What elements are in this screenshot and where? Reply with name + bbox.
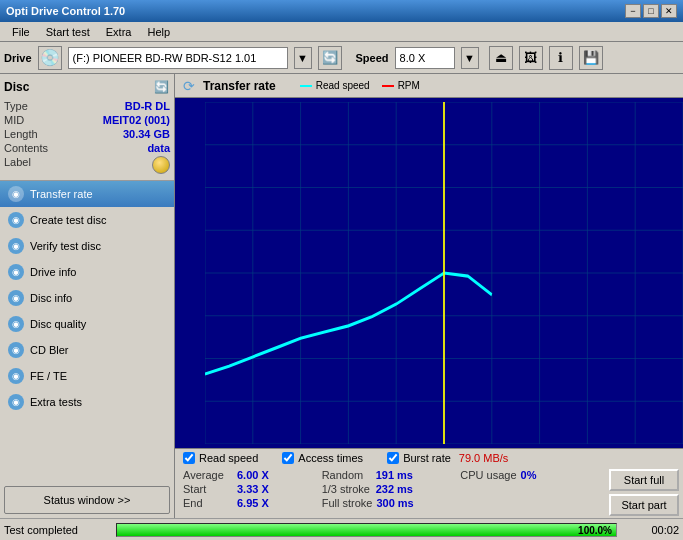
menubar: File Start test Extra Help [0, 22, 683, 42]
nav-verify-test-disc[interactable]: ◉ Verify test disc [0, 233, 174, 259]
stats-bar: Read speed Access times Burst rate 79.0 … [175, 448, 683, 518]
drive-dropdown-arrow[interactable]: ▼ [294, 47, 312, 69]
drive-icon: 💿 [38, 46, 62, 70]
nav-drive-info[interactable]: ◉ Drive info [0, 259, 174, 285]
disc-type-row: Type BD-R DL [4, 100, 170, 112]
random-row: Random 191 ms [322, 469, 459, 481]
read-speed-checkbox[interactable] [183, 452, 195, 464]
drive-label: Drive [4, 52, 32, 64]
save-button[interactable]: 💾 [579, 46, 603, 70]
drive-select[interactable]: (F:) PIONEER BD-RW BDR-S12 1.01 [68, 47, 288, 69]
main-content: Disc 🔄 Type BD-R DL MID MEIT02 (001) Len… [0, 74, 683, 518]
menu-start-test[interactable]: Start test [38, 24, 98, 40]
info-button[interactable]: ℹ [549, 46, 573, 70]
disc-quality-icon: ◉ [8, 316, 24, 332]
window-controls: − □ ✕ [625, 4, 677, 18]
status-text: Test completed [4, 524, 104, 536]
fe-te-icon: ◉ [8, 368, 24, 384]
disc-label-icon [152, 156, 170, 174]
access-times-label: Access times [298, 452, 363, 464]
average-key: Average [183, 469, 233, 481]
nav-create-test-disc[interactable]: ◉ Create test disc [0, 207, 174, 233]
status-window-button[interactable]: Status window >> [4, 486, 170, 514]
chart-area: ⟳ Transfer rate Read speed RPM [175, 74, 683, 518]
verify-test-disc-icon: ◉ [8, 238, 24, 254]
legend-rpm-label: RPM [398, 80, 420, 91]
average-val: 6.00 X [237, 469, 269, 481]
action-buttons: Start full Start part [605, 467, 683, 518]
eject-button[interactable]: ⏏ [489, 46, 513, 70]
stats-bottom: Average 6.00 X Random 191 ms CPU usage 0… [175, 467, 683, 518]
full-stroke-val: 300 ms [376, 497, 413, 509]
start-val: 3.33 X [237, 483, 269, 495]
nav-disc-quality-label: Disc quality [30, 318, 86, 330]
nav-disc-info[interactable]: ◉ Disc info [0, 285, 174, 311]
speed-dropdown-arrow[interactable]: ▼ [461, 47, 479, 69]
nav-cd-bler[interactable]: ◉ CD Bler [0, 337, 174, 363]
chart-svg: 16 X 14 X 12 X 10 X 8 X 6 X 4 X 2 X 0.0 … [205, 102, 683, 444]
legend-rpm-color [382, 85, 394, 87]
read-speed-check: Read speed [183, 452, 258, 464]
app-title: Opti Drive Control 1.70 [6, 5, 125, 17]
random-val: 191 ms [376, 469, 413, 481]
end-val: 6.95 X [237, 497, 269, 509]
create-test-disc-icon: ◉ [8, 212, 24, 228]
nav-fe-te[interactable]: ◉ FE / TE [0, 363, 174, 389]
legend-read-label: Read speed [316, 80, 370, 91]
refresh-drive-button[interactable]: 🔄 [318, 46, 342, 70]
disc-header: Disc 🔄 [4, 78, 170, 96]
close-button[interactable]: ✕ [661, 4, 677, 18]
nav-transfer-rate[interactable]: ◉ Transfer rate [0, 181, 174, 207]
disc-info-section: Disc 🔄 Type BD-R DL MID MEIT02 (001) Len… [0, 74, 174, 181]
end-row: End 6.95 X [183, 497, 320, 509]
menu-help[interactable]: Help [139, 24, 178, 40]
nav-disc-quality[interactable]: ◉ Disc quality [0, 311, 174, 337]
disc-mid-key: MID [4, 114, 24, 126]
start-row: Start 3.33 X [183, 483, 320, 495]
one-third-val: 232 ms [376, 483, 413, 495]
chart-legend: Read speed RPM [300, 80, 420, 91]
random-key: Random [322, 469, 372, 481]
one-third-row: 1/3 stroke 232 ms [322, 483, 459, 495]
speed-select[interactable]: 8.0 X [395, 47, 455, 69]
average-row: Average 6.00 X [183, 469, 320, 481]
burst-rate-checkbox[interactable] [387, 452, 399, 464]
nav-items: ◉ Transfer rate ◉ Create test disc ◉ Ver… [0, 181, 174, 482]
disc-mid-row: MID MEIT02 (001) [4, 114, 170, 126]
extra-tests-icon: ◉ [8, 394, 24, 410]
disc-refresh-icon[interactable]: 🔄 [152, 78, 170, 96]
disc-type-key: Type [4, 100, 28, 112]
start-part-button[interactable]: Start part [609, 494, 679, 516]
progress-bar-container: 100.0% [116, 523, 617, 537]
access-times-checkbox[interactable] [282, 452, 294, 464]
nav-drive-info-label: Drive info [30, 266, 76, 278]
one-third-key: 1/3 stroke [322, 483, 372, 495]
nav-disc-info-label: Disc info [30, 292, 72, 304]
stats-cols: Average 6.00 X Random 191 ms CPU usage 0… [175, 467, 605, 511]
burst-rate-label: Burst rate [403, 452, 451, 464]
minimize-button[interactable]: − [625, 4, 641, 18]
maximize-button[interactable]: □ [643, 4, 659, 18]
start-full-button[interactable]: Start full [609, 469, 679, 491]
legend-read-speed: Read speed [300, 80, 370, 91]
disc-section-title: Disc [4, 80, 29, 94]
menu-extra[interactable]: Extra [98, 24, 140, 40]
legend-rpm: RPM [382, 80, 420, 91]
progress-bar [117, 524, 616, 536]
cpu-row: CPU usage 0% [460, 469, 597, 481]
menu-file[interactable]: File [4, 24, 38, 40]
end-key: End [183, 497, 233, 509]
disc-icon-btn[interactable]: 🖼 [519, 46, 543, 70]
nav-cd-bler-label: CD Bler [30, 344, 69, 356]
disc-contents-val: data [147, 142, 170, 154]
stats-checkboxes: Read speed Access times Burst rate 79.0 … [175, 449, 683, 467]
titlebar: Opti Drive Control 1.70 − □ ✕ [0, 0, 683, 22]
speed-label: Speed [356, 52, 389, 64]
chart-icon: ⟳ [183, 78, 195, 94]
nav-extra-tests[interactable]: ◉ Extra tests [0, 389, 174, 415]
disc-info-nav-icon: ◉ [8, 290, 24, 306]
disc-contents-key: Contents [4, 142, 48, 154]
nav-transfer-rate-label: Transfer rate [30, 188, 93, 200]
disc-length-val: 30.34 GB [123, 128, 170, 140]
chart-header: ⟳ Transfer rate Read speed RPM [175, 74, 683, 98]
